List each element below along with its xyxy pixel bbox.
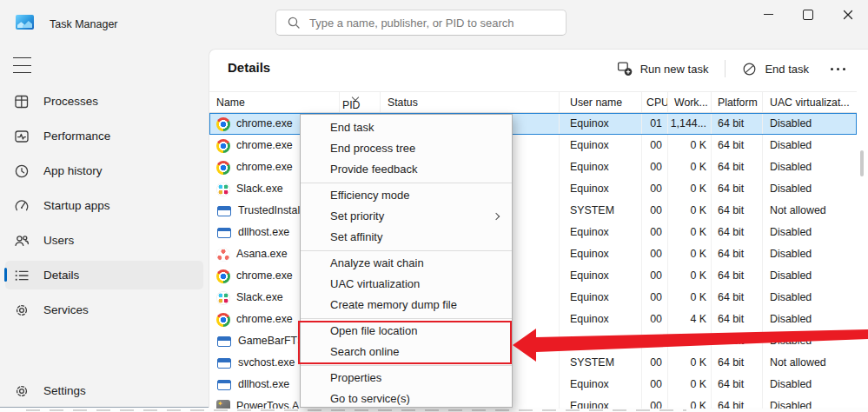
column-header-status[interactable]: Status [381,92,560,112]
column-header-pid[interactable]: PID [340,92,381,112]
sidebar-item-label: Performance [43,130,110,143]
uac-virtualization-cell: Disabled [763,222,857,243]
sidebar-item-startup-apps[interactable]: Startup apps [5,191,203,220]
sidebar-item-performance[interactable]: Performance [5,122,203,150]
more-options-button[interactable] [831,68,845,70]
platform-cell: 64 bit [712,113,763,135]
process-icon [217,380,231,390]
user-name-cell: Equinox [560,395,642,409]
working-set-cell: 0 K [668,156,712,178]
context-menu-item[interactable]: Analyze wait chain [301,253,512,274]
table-header: Name PID Status User name CPU Work... Pl… [209,91,857,113]
slash-circle-icon [742,62,757,76]
sidebar-item-users[interactable]: Users [5,226,203,255]
run-new-task-button[interactable]: Run new task [609,56,717,81]
column-header-user-name[interactable]: User name [560,92,642,112]
process-icon [217,358,231,369]
context-menu-item[interactable] [301,365,512,366]
platform-cell: 64 bit [712,135,763,156]
working-set-cell: 0 K [668,330,712,352]
working-set-cell: 4 K [668,309,712,330]
user-name-cell: SYSTEM [560,352,642,374]
search-icon [287,16,301,30]
column-header-uac-virtualization[interactable]: UAC virtualizat... [763,92,857,112]
minimize-button[interactable] [748,0,788,29]
task-manager-window: Task Manager Type a name, publisher, or … [0,0,868,408]
working-set-cell: 0 K [668,395,712,409]
uac-virtualization-cell: Disabled [763,265,857,287]
sidebar-item-processes[interactable]: Processes [5,87,203,116]
working-set-cell: 0 K [668,135,712,156]
working-set-cell: 0 K [668,287,712,309]
process-icon [216,313,230,327]
process-icon [216,291,230,305]
vertical-scrollbar[interactable] [860,150,864,176]
user-name-cell: Equinox [560,374,642,395]
pulse-icon [14,129,30,144]
process-icon [216,248,230,262]
search-input[interactable]: Type a name, publisher, or PID to search [275,10,567,36]
close-button[interactable] [828,0,868,29]
context-menu-item[interactable]: Set priority [301,206,512,227]
sidebar-item-services[interactable]: Services [5,296,203,324]
platform-cell: 64 bit [712,374,763,395]
working-set-cell: 0 K [668,243,712,265]
sidebar-item-settings[interactable]: Settings [5,376,203,405]
process-icon [216,161,230,175]
user-name-cell: Equinox [560,265,642,287]
column-header-working-set[interactable]: Work... [668,92,712,112]
gauge-icon [14,198,30,214]
column-header-name[interactable]: Name [209,92,340,112]
uac-virtualization-cell: Disabled [763,156,857,178]
sidebar-item-label: Users [43,234,74,247]
uac-virtualization-cell: Disabled [763,178,857,200]
run-new-task-label: Run new task [640,63,709,76]
cpu-cell: 00 [642,265,668,287]
process-icon [216,117,230,131]
toolbar: Run new task End task [609,56,858,82]
page-title: Details [228,60,270,75]
working-set-cell: 0 K [668,222,712,243]
context-menu-item[interactable]: Go to service(s) [301,389,512,409]
hamburger-menu-button[interactable] [13,57,31,73]
gear-icon [14,383,30,399]
maximize-button[interactable] [788,0,828,29]
context-menu-item[interactable]: End task [301,117,512,138]
sidebar-item-label: Settings [43,384,86,397]
platform-cell: 64 bit [712,395,763,409]
grid-icon [14,94,30,110]
context-menu-item[interactable]: Provide feedback [301,159,512,180]
uac-virtualization-cell: Disabled [763,374,857,395]
sidebar-item-label: Services [43,303,89,316]
column-header-platform[interactable]: Platform [712,92,763,112]
sidebar-item-app-history[interactable]: App history [5,156,203,185]
platform-cell: 64 bit [712,309,763,330]
end-task-button[interactable]: End task [734,57,817,81]
sidebar-item-label: Processes [43,95,98,108]
uac-virtualization-cell: Not allowed [763,352,857,374]
uac-virtualization-cell: Disabled [763,113,857,135]
uac-virtualization-cell: Disabled [763,330,857,352]
context-menu-item[interactable] [301,318,512,319]
sidebar-item-details[interactable]: Details [5,261,203,289]
process-icon [216,400,230,409]
column-header-cpu[interactable]: CPU [642,92,668,112]
context-menu-item[interactable]: Efficiency mode [301,185,512,206]
context-menu-item[interactable]: Properties [301,368,512,389]
context-menu-item[interactable] [301,183,512,183]
user-name-cell: Equinox [560,309,642,330]
uac-virtualization-cell: Disabled [763,243,857,265]
sidebar-item-label: Startup apps [43,199,110,212]
user-name-cell: Equinox [560,156,642,178]
sidebar-item-label: App history [43,164,103,177]
context-menu-item[interactable]: End process tree [301,138,512,159]
user-name-cell: Equinox [560,222,642,243]
uac-virtualization-cell: Not allowed [763,200,857,222]
context-menu-item[interactable]: Create memory dump file [301,295,512,316]
context-menu-item[interactable]: UAC virtualization [301,274,512,295]
context-menu-item[interactable]: Set affinity [301,227,512,248]
context-menu-item[interactable] [301,250,512,251]
process-icon [217,336,231,347]
cpu-cell: 00 [642,156,668,178]
user-name-cell: Equinox [560,330,642,352]
